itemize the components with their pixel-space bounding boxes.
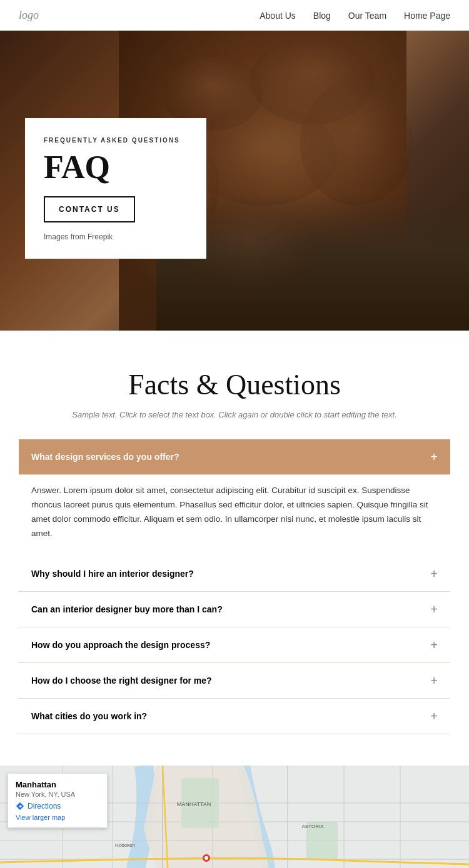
- hero-section: FREQUENTLY ASKED QUESTIONS FAQ CONTACT U…: [0, 31, 469, 331]
- faq-answer-1: Answer. Lorem ipsum dolor sit amet, cons…: [19, 475, 450, 556]
- nav-home[interactable]: Home Page: [404, 11, 450, 21]
- nav-blog[interactable]: Blog: [313, 11, 331, 21]
- faq-subtext: Sample text. Click to select the text bo…: [19, 410, 450, 419]
- logo[interactable]: logo: [19, 9, 39, 22]
- hero-card: FREQUENTLY ASKED QUESTIONS FAQ CONTACT U…: [25, 118, 206, 259]
- faq-item-active: What design services do you offer? +: [19, 439, 450, 475]
- faq-expand-icon-5: +: [430, 674, 438, 687]
- faq-item-3: Can an interior designer buy more than I…: [19, 592, 450, 627]
- faq-question-4[interactable]: How do you approach the design process? …: [19, 627, 450, 662]
- faq-question-1[interactable]: What design services do you offer? +: [19, 439, 450, 474]
- svg-text:MANHATTAN: MANHATTAN: [177, 801, 211, 807]
- view-larger-map-link[interactable]: View larger map: [16, 814, 99, 821]
- svg-text:ASTORIA: ASTORIA: [302, 824, 325, 829]
- faq-expand-icon-4: +: [430, 639, 438, 651]
- directions-link[interactable]: Directions: [16, 802, 99, 811]
- hero-title: FAQ: [44, 151, 188, 184]
- faq-question-text-3: Can an interior designer buy more than I…: [31, 604, 430, 614]
- map-tooltip-title: Manhattan: [16, 780, 99, 789]
- faq-question-text-2: Why should I hire an interior designer?: [31, 569, 430, 579]
- faq-expand-icon-2: +: [430, 567, 438, 580]
- faq-question-2[interactable]: Why should I hire an interior designer? …: [19, 556, 450, 591]
- faq-question-text-1: What design services do you offer?: [31, 452, 430, 462]
- map-section: MANHATTAN New York QUEENS BROOKLYN Newar…: [0, 766, 469, 868]
- faq-question-6[interactable]: What cities do you work in? +: [19, 699, 450, 734]
- faq-question-5[interactable]: How do I choose the right designer for m…: [19, 663, 450, 698]
- nav-about[interactable]: About Us: [260, 11, 296, 21]
- faq-question-text-6: What cities do you work in?: [31, 711, 430, 721]
- faq-section: Facts & Questions Sample text. Click to …: [0, 331, 469, 747]
- faq-expand-icon-1: +: [430, 451, 438, 463]
- faq-question-text-5: How do I choose the right designer for m…: [31, 676, 430, 686]
- faq-question-text-4: How do you approach the design process?: [31, 640, 430, 650]
- svg-point-34: [204, 856, 208, 860]
- nav-links: About Us Blog Our Team Home Page: [260, 10, 450, 21]
- hero-subtitle: FREQUENTLY ASKED QUESTIONS: [44, 137, 188, 144]
- svg-point-4: [300, 81, 413, 206]
- faq-item-2: Why should I hire an interior designer? …: [19, 556, 450, 592]
- map-tooltip: Manhattan New York, NY, USA Directions V…: [8, 773, 108, 828]
- svg-text:Hoboken: Hoboken: [115, 842, 135, 848]
- freepik-link[interactable]: Freepik: [88, 232, 113, 241]
- faq-expand-icon-6: +: [430, 710, 438, 722]
- navigation: logo About Us Blog Our Team Home Page: [0, 0, 469, 31]
- image-credit: Images from Freepik: [44, 232, 188, 241]
- nav-team[interactable]: Our Team: [348, 11, 386, 21]
- faq-heading: Facts & Questions: [19, 368, 450, 401]
- contact-us-button[interactable]: CONTACT US: [44, 196, 135, 222]
- faq-expand-icon-3: +: [430, 603, 438, 616]
- directions-icon: [16, 802, 24, 811]
- map-tooltip-subtitle: New York, NY, USA: [16, 791, 99, 798]
- faq-item-5: How do I choose the right designer for m…: [19, 663, 450, 699]
- faq-item-6: What cities do you work in? +: [19, 699, 450, 734]
- faq-question-3[interactable]: Can an interior designer buy more than I…: [19, 592, 450, 627]
- faq-item-4: How do you approach the design process? …: [19, 627, 450, 663]
